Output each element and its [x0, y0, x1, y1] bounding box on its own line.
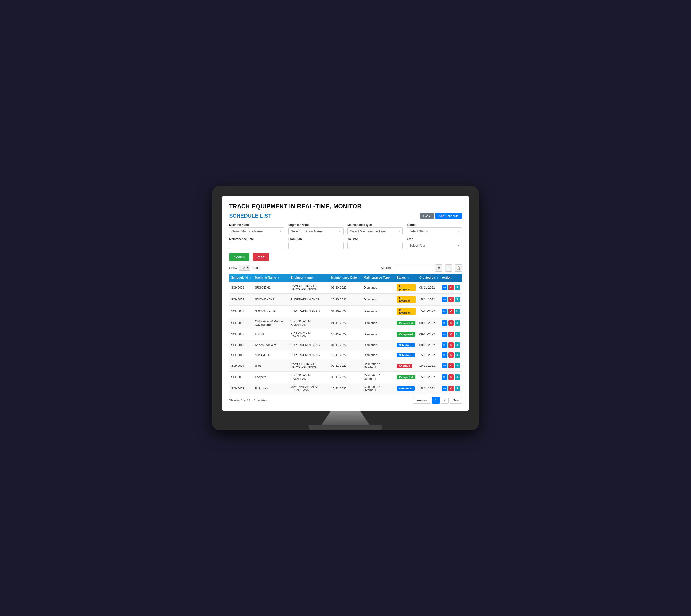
delete-icon[interactable]: ✕ [448, 363, 454, 368]
col-schedule-id[interactable]: Schedule Id ↕ [229, 273, 253, 282]
cell-maintenance-date: 15-11-2022 [329, 350, 361, 360]
delete-icon[interactable]: ✕ [448, 343, 454, 348]
delete-icon[interactable]: ✕ [448, 352, 454, 358]
delete-icon[interactable]: ✕ [448, 332, 454, 337]
edit-icon[interactable]: ✏ [442, 386, 447, 391]
from-date-input[interactable] [288, 242, 343, 249]
monitor-base [309, 425, 382, 430]
cell-status: In progress [395, 293, 418, 305]
previous-button[interactable]: Previous [413, 397, 431, 403]
view-icon[interactable]: 👁 [454, 386, 460, 391]
view-icon[interactable]: 👁 [454, 309, 460, 314]
status-badge: Overdue [397, 364, 413, 368]
cell-status: Overdue [395, 360, 418, 371]
to-date-filter: To Date [348, 237, 403, 249]
edit-icon[interactable]: ✏ [442, 343, 447, 348]
view-icon[interactable]: 👁 [454, 297, 460, 302]
entries-select[interactable]: 10 25 50 [239, 265, 250, 271]
cell-maintenance-type: Dismantle [362, 340, 395, 350]
cell-maintenance-date: 24-11-2022 [329, 317, 361, 329]
delete-icon[interactable]: ✕ [448, 321, 454, 326]
next-button[interactable]: Next [449, 397, 462, 403]
maintenance-type-select-wrapper: Select Maintenance Type [348, 227, 403, 235]
csv-icon[interactable]: 📄 [445, 264, 452, 272]
delete-icon[interactable]: ✕ [448, 309, 454, 314]
header-buttons: Back Add Schedule [420, 213, 462, 219]
view-icon[interactable]: 👁 [454, 343, 460, 348]
page-2-button[interactable]: 2 [441, 397, 449, 403]
maintenance-date-filter: Maintenance Date [229, 237, 284, 249]
print-icon[interactable]: 🖨 [435, 264, 443, 272]
cell-maintenance-date: 02-11-2022 [329, 360, 361, 371]
edit-icon[interactable]: ✏ [442, 332, 447, 337]
cell-schedule-id: SCH0012 [229, 350, 253, 360]
table-search-input[interactable] [394, 265, 433, 271]
maintenance-type-label: Maintenance type [348, 223, 403, 226]
cell-action: ✏ ✕ 👁 [440, 305, 462, 317]
status-select[interactable]: Select Status [407, 227, 462, 235]
cell-maintenance-type: Dismantle [362, 329, 395, 340]
status-select-wrapper: Select Status [407, 227, 462, 235]
page-title: TRACK EQUIPMENT IN REAL-TIME, MONITOR [229, 203, 462, 210]
col-maintenance-date[interactable]: Maintenance Date ↕ [329, 273, 361, 282]
cell-status: In progress [395, 282, 418, 294]
status-badge: Scheduled [397, 386, 415, 391]
reset-button[interactable]: Reset [253, 253, 269, 261]
from-date-filter: From Date [288, 237, 343, 249]
cell-engineer-name: VINSON A/L M RAYAPPAN [289, 329, 329, 340]
status-badge: In progress [397, 296, 416, 303]
col-machine-name[interactable]: Machine Name ↕ [253, 273, 289, 282]
add-schedule-button[interactable]: Add Schedule [436, 213, 462, 219]
view-icon[interactable]: 👁 [454, 285, 460, 290]
copy-icon[interactable]: 📋 [454, 264, 462, 272]
maintenance-date-input[interactable] [229, 242, 284, 249]
table-header: Schedule Id ↕ Machine Name ↕ Engineer Na… [229, 273, 462, 282]
cell-machine-name: Bulk grabs [253, 383, 289, 394]
engineer-name-select[interactable]: Select Engineer Name [288, 227, 343, 235]
schedule-table: Schedule Id ↕ Machine Name ↕ Engineer Na… [229, 273, 462, 394]
view-icon[interactable]: 👁 [454, 332, 460, 337]
col-maintenance-type[interactable]: Maintenance Type ↕ [362, 273, 395, 282]
cell-engineer-name: SUPERADMIN ANAS [289, 293, 329, 305]
col-status[interactable]: Status ↕ [395, 273, 418, 282]
edit-icon[interactable]: ✏ [442, 352, 447, 358]
edit-icon[interactable]: ✏ [442, 374, 447, 380]
cell-action: ✏ ✕ 👁 [440, 293, 462, 305]
edit-icon[interactable]: ✏ [442, 321, 447, 326]
view-icon[interactable]: 👁 [454, 352, 460, 358]
to-date-input[interactable] [348, 242, 403, 249]
filter-row-1: Machine Name Select Machine Name Enginee… [229, 223, 462, 235]
view-icon[interactable]: 👁 [454, 363, 460, 368]
col-created-on[interactable]: Created on ↕ [418, 273, 440, 282]
year-select[interactable]: Select Year [407, 242, 462, 249]
search-button[interactable]: Search [229, 253, 249, 261]
back-button[interactable]: Back [420, 213, 433, 219]
maintenance-type-select[interactable]: Select Maintenance Type [348, 227, 403, 235]
section-title: SCHEDULE LIST [229, 213, 271, 219]
delete-icon[interactable]: ✕ [448, 297, 454, 302]
table-search-label: Search: [381, 266, 392, 270]
table-row: SCH0005 Chiksan arm/ Marine loading arm … [229, 317, 462, 329]
delete-icon[interactable]: ✕ [448, 386, 454, 391]
view-icon[interactable]: 👁 [454, 321, 460, 326]
year-filter: Year Select Year [407, 237, 462, 249]
cell-status: Scheduled [395, 350, 418, 360]
col-engineer-name[interactable]: Engineer Name ↕ [289, 273, 329, 282]
cell-action: ✏ ✕ 👁 [440, 282, 462, 294]
delete-icon[interactable]: ✕ [448, 374, 454, 380]
table-row: SCH0006 Hoppers VINSON A/L M RAYAPPAN 30… [229, 371, 462, 383]
edit-icon[interactable]: ✏ [442, 363, 447, 368]
cell-maintenance-date: 20-10-2022 [329, 293, 361, 305]
section-header: SCHEDULE LIST Back Add Schedule [229, 213, 462, 219]
machine-name-select-wrapper: Select Machine Name [229, 227, 284, 235]
edit-icon[interactable]: ✏ [442, 297, 447, 302]
edit-icon[interactable]: ✏ [442, 285, 447, 290]
page-1-button[interactable]: 1 [432, 397, 440, 403]
filter-row-2: Maintenance Date From Date To Date Year … [229, 237, 462, 249]
table-row: SCH0001 SRSC45H1 RAMESH SINGH A/L HARGOP… [229, 282, 462, 294]
machine-name-select[interactable]: Select Machine Name [229, 227, 284, 235]
view-icon[interactable]: 👁 [454, 374, 460, 380]
delete-icon[interactable]: ✕ [448, 285, 454, 290]
col-action: Action [440, 273, 462, 282]
edit-icon[interactable]: ✏ [442, 309, 447, 314]
